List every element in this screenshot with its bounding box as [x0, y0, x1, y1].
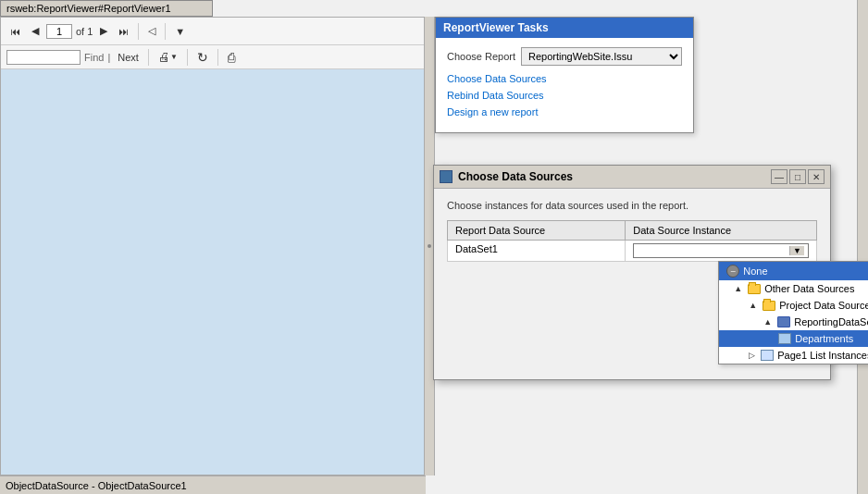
- dropdown-button[interactable]: ▼: [171, 24, 189, 39]
- list-icon: [761, 350, 774, 361]
- col-datasource-instance: Data Source Instance: [626, 221, 817, 241]
- folder-icon-other: [748, 284, 761, 294]
- item-label-page1-list: Page1 List Instances: [777, 350, 868, 361]
- dropdown-arrow-icon[interactable]: ▼: [789, 246, 804, 255]
- arrow-other-sources: ▲: [734, 284, 742, 293]
- window-title: rsweb:ReportViewer#ReportViewer1: [0, 0, 213, 17]
- item-label-other-sources: Other Data Sources: [764, 283, 854, 294]
- dropdown-item-project-sources[interactable]: ▲ Project Data Sources: [719, 297, 868, 314]
- datasource-name-cell: DataSet1: [448, 241, 626, 262]
- prev-page-button[interactable]: ◀: [28, 23, 43, 39]
- arrow-page1-list: ▷: [749, 351, 755, 360]
- right-rail: [857, 0, 868, 494]
- none-icon: –: [726, 265, 739, 278]
- choose-report-select[interactable]: ReportingWebSite.Issu: [521, 47, 682, 66]
- back-button[interactable]: ◁: [144, 23, 159, 39]
- item-label-departments: Departments: [795, 333, 853, 344]
- choose-report-row: Choose Report ReportingWebSite.Issu: [447, 47, 682, 66]
- report-toolbar: ⏮ ◀ of 1 ▶ ⏭ ◁ ▼: [1, 18, 425, 45]
- dropdown-menu: – None ▲ Other Data Sources: [718, 261, 868, 364]
- item-label-project-sources: Project Data Sources: [779, 300, 868, 311]
- folder-icon-project: [763, 301, 775, 311]
- datasource-row: DataSet1 ▼: [448, 241, 817, 262]
- find-separator: [148, 49, 149, 66]
- find-separator-2: [187, 49, 188, 66]
- find-divider: |: [107, 52, 110, 63]
- find-input[interactable]: [6, 50, 81, 65]
- item-label-reporting-dataset: ReportingDataSet: [794, 316, 868, 327]
- dialog-title-left: Choose Data Sources: [440, 170, 573, 183]
- find-next-button[interactable]: Next: [114, 50, 143, 65]
- dropdown-item-page1-list[interactable]: ▷ Page1 List Instances: [719, 347, 868, 364]
- last-page-button[interactable]: ⏭: [115, 24, 132, 39]
- datasource-table: Report Data Source Data Source Instance …: [447, 220, 817, 262]
- export-icon: ⎙: [228, 50, 235, 65]
- dropdown-value-row[interactable]: ▼: [633, 243, 809, 258]
- export-button[interactable]: ⎙: [224, 48, 239, 67]
- datasource-table-area: Report Data Source Data Source Instance …: [447, 220, 817, 368]
- instance-dropdown[interactable]: ▼: [633, 243, 809, 258]
- dropdown-item-other-sources[interactable]: ▲ Other Data Sources: [719, 280, 868, 297]
- dialog-icon: [440, 170, 453, 183]
- dialog-titlebar: Choose Data Sources — □ ✕: [434, 166, 830, 189]
- dialog-body: Choose instances for data sources used i…: [434, 189, 830, 379]
- choose-report-label: Choose Report: [447, 51, 515, 62]
- col-report-datasource: Report Data Source: [448, 221, 626, 241]
- toolbar-separator: [138, 23, 139, 40]
- resize-dot: [428, 244, 431, 248]
- tasks-panel: ReportViewer Tasks Choose Report Reporti…: [435, 17, 694, 133]
- arrow-reporting-dataset: ▲: [763, 317, 772, 327]
- arrow-project-sources: ▲: [749, 301, 757, 310]
- dialog-minimize-button[interactable]: —: [771, 169, 787, 184]
- status-text: ObjectDataSource - ObjectDataSource1: [6, 480, 187, 491]
- dialog-title-text: Choose Data Sources: [458, 170, 573, 183]
- dialog-maximize-button[interactable]: □: [789, 169, 806, 184]
- print-menu-button[interactable]: 🖨 ▼: [155, 48, 181, 66]
- choose-data-sources-dialog: Choose Data Sources — □ ✕ Choose instanc…: [433, 165, 831, 380]
- print-icon: 🖨: [158, 50, 170, 64]
- page-of-label: of 1: [76, 26, 93, 37]
- dialog-description: Choose instances for data sources used i…: [447, 200, 817, 211]
- next-page-button[interactable]: ▶: [96, 23, 111, 39]
- page-number-input[interactable]: [46, 24, 72, 39]
- find-bar: Find | Next 🖨 ▼ ↻ ⎙: [1, 45, 425, 69]
- rebind-data-sources-link[interactable]: Rebind Data Sources: [447, 90, 682, 101]
- tasks-panel-header: ReportViewer Tasks: [436, 18, 693, 38]
- design-new-report-link[interactable]: Design a new report: [447, 106, 682, 117]
- db-icon: [777, 316, 790, 327]
- dialog-controls: — □ ✕: [771, 169, 825, 184]
- find-separator-3: [217, 49, 218, 66]
- toolbar-separator-2: [165, 23, 166, 40]
- first-page-button[interactable]: ⏮: [6, 24, 24, 39]
- dropdown-item-none[interactable]: – None: [719, 262, 868, 280]
- datasource-instance-cell: ▼ – None: [626, 241, 817, 262]
- refresh-icon: ↻: [197, 50, 208, 65]
- tasks-panel-title: ReportViewer Tasks: [443, 21, 549, 34]
- report-viewer-panel: ⏮ ◀ of 1 ▶ ⏭ ◁ ▼ Find | Next 🖨 ▼ ↻ ⎙: [0, 17, 426, 475]
- choose-data-sources-link[interactable]: Choose Data Sources: [447, 73, 682, 84]
- refresh-button[interactable]: ↻: [193, 48, 212, 67]
- dropdown-item-departments[interactable]: Departments: [719, 330, 868, 347]
- find-label: Find: [84, 52, 104, 63]
- dialog-close-button[interactable]: ✕: [808, 169, 825, 184]
- item-label-none: None: [743, 266, 767, 277]
- dropdown-item-reporting-dataset[interactable]: ▲ ReportingDataSet: [719, 314, 868, 330]
- table-icon-departments: [778, 333, 791, 344]
- report-content-area: [1, 69, 425, 475]
- status-bar: ObjectDataSource - ObjectDataSource1: [0, 475, 426, 494]
- tasks-panel-body: Choose Report ReportingWebSite.Issu Choo…: [436, 38, 693, 132]
